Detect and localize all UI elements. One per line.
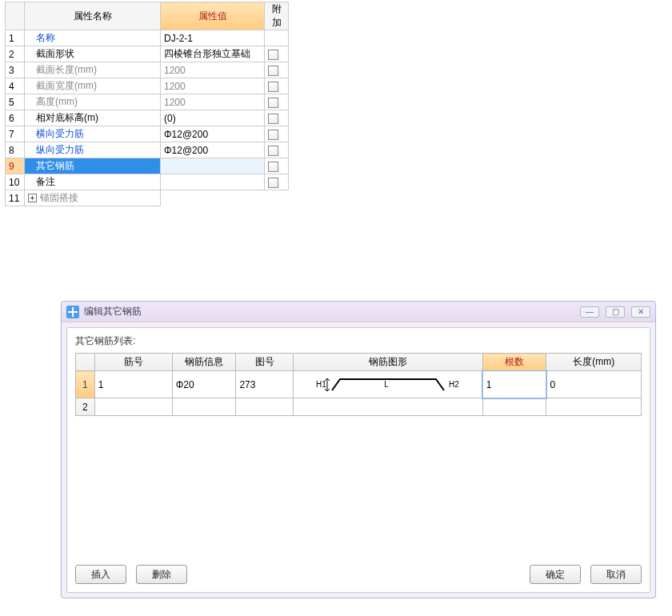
prop-name[interactable]: 高度(mm) — [25, 94, 161, 110]
header-extra: 附加 — [265, 2, 289, 30]
rebar-info[interactable]: Φ20 — [172, 371, 236, 398]
maximize-button[interactable]: ▢ — [606, 306, 625, 318]
prop-row[interactable]: 5高度(mm)1200 — [6, 94, 289, 110]
prop-row[interactable]: 10备注 — [6, 174, 289, 190]
expand-icon[interactable]: + — [28, 194, 37, 202]
checkbox-icon[interactable] — [268, 146, 278, 156]
prop-value[interactable]: DJ-2-1 — [161, 30, 265, 46]
prop-value[interactable] — [161, 174, 265, 190]
rebar-row-index: 1 — [76, 371, 95, 398]
prop-row[interactable]: 6相对底标高(m)(0) — [6, 110, 289, 126]
prop-name[interactable]: 其它钢筋 — [25, 158, 161, 174]
rebar-info[interactable] — [172, 398, 236, 416]
checkbox-icon[interactable] — [268, 50, 278, 60]
prop-index: 5 — [6, 94, 25, 110]
rebar-num[interactable] — [94, 398, 172, 416]
header-value[interactable]: 属性值 — [161, 2, 265, 30]
rebar-length[interactable]: 0 — [546, 371, 642, 398]
prop-extra[interactable] — [265, 190, 289, 206]
prop-extra[interactable] — [265, 94, 289, 110]
prop-value[interactable]: 1200 — [161, 62, 265, 78]
dialog-app-icon — [66, 306, 79, 318]
prop-name[interactable]: 名称 — [25, 30, 161, 46]
prop-name[interactable]: 截面长度(mm) — [25, 62, 161, 78]
prop-extra[interactable] — [265, 46, 289, 62]
checkbox-icon[interactable] — [268, 66, 278, 76]
prop-row[interactable]: 8纵向受力筋Φ12@200 — [6, 142, 289, 158]
prop-extra[interactable] — [265, 158, 289, 174]
header-len[interactable]: 长度(mm) — [546, 354, 642, 371]
prop-extra[interactable] — [265, 78, 289, 94]
rebar-shape[interactable] — [293, 398, 482, 416]
rebar-shape[interactable]: H1 L H2 — [293, 371, 482, 398]
prop-index: 3 — [6, 62, 25, 78]
prop-extra[interactable] — [265, 110, 289, 126]
prop-name[interactable]: 相对底标高(m) — [25, 110, 161, 126]
prop-extra[interactable] — [265, 30, 289, 46]
rebar-fig[interactable]: 273 — [236, 371, 293, 398]
header-num[interactable]: 筋号 — [94, 354, 172, 371]
prop-name[interactable]: 横向受力筋 — [25, 126, 161, 142]
prop-row[interactable]: 1名称DJ-2-1 — [6, 30, 289, 46]
checkbox-icon[interactable] — [268, 162, 278, 172]
prop-name[interactable]: +锚固搭接 — [25, 190, 161, 206]
rebar-count[interactable]: 1 — [482, 371, 546, 398]
prop-extra[interactable] — [265, 126, 289, 142]
prop-index: 10 — [6, 174, 25, 190]
prop-row[interactable]: 7横向受力筋Φ12@200 — [6, 126, 289, 142]
checkbox-icon[interactable] — [268, 98, 278, 108]
prop-extra[interactable] — [265, 142, 289, 158]
close-button[interactable]: ✕ — [631, 306, 650, 318]
cancel-button[interactable]: 取消 — [590, 565, 642, 584]
svg-text:H1: H1 — [316, 380, 326, 389]
prop-value[interactable]: 1200 — [161, 78, 265, 94]
header-info[interactable]: 钢筋信息 — [172, 354, 236, 371]
insert-button[interactable]: 插入 — [75, 565, 126, 584]
ok-button[interactable]: 确定 — [530, 565, 581, 584]
prop-index: 1 — [6, 30, 25, 46]
header-index — [6, 2, 25, 30]
rebar-num[interactable]: 1 — [94, 371, 172, 398]
rebar-length[interactable] — [546, 398, 642, 416]
prop-row[interactable]: 3截面长度(mm)1200 — [6, 62, 289, 78]
prop-row[interactable]: 2截面形状四棱锥台形独立基础 — [6, 46, 289, 62]
svg-text:L: L — [384, 380, 389, 389]
checkbox-icon[interactable] — [268, 82, 278, 92]
rebar-shape-icon: H1 L H2 — [308, 374, 468, 395]
dialog-titlebar[interactable]: 编辑其它钢筋 — ▢ ✕ — [62, 302, 655, 322]
rebar-row[interactable]: 11Φ20273 H1 L H2 10 — [76, 371, 642, 398]
property-table[interactable]: 属性名称 属性值 附加 1名称DJ-2-12截面形状四棱锥台形独立基础3截面长度… — [5, 2, 289, 206]
prop-name[interactable]: 截面形状 — [25, 46, 161, 62]
dialog-body: 其它钢筋列表: 筋号 钢筋信息 图号 钢筋图形 根数 长度(mm) 11Φ202… — [66, 327, 650, 593]
prop-extra[interactable] — [265, 174, 289, 190]
checkbox-icon[interactable] — [268, 130, 278, 140]
prop-value[interactable] — [161, 190, 265, 206]
prop-value[interactable]: Φ12@200 — [161, 142, 265, 158]
rebar-fig[interactable] — [236, 398, 293, 416]
delete-button[interactable]: 删除 — [136, 565, 187, 584]
checkbox-icon[interactable] — [268, 114, 278, 124]
rebar-table[interactable]: 筋号 钢筋信息 图号 钢筋图形 根数 长度(mm) 11Φ20273 H1 L … — [75, 353, 642, 416]
prop-extra[interactable] — [265, 62, 289, 78]
prop-value[interactable]: 1200 — [161, 94, 265, 110]
prop-row[interactable]: 4截面宽度(mm)1200 — [6, 78, 289, 94]
header-shape[interactable]: 钢筋图形 — [293, 354, 482, 371]
prop-name[interactable]: 截面宽度(mm) — [25, 78, 161, 94]
dialog-title-text: 编辑其它钢筋 — [84, 305, 580, 318]
prop-value[interactable]: 四棱锥台形独立基础 — [161, 46, 265, 62]
prop-name[interactable]: 纵向受力筋 — [25, 142, 161, 158]
prop-row[interactable]: 11 +锚固搭接 — [6, 190, 289, 206]
checkbox-icon[interactable] — [268, 178, 278, 188]
header-count[interactable]: 根数 — [482, 354, 546, 371]
minimize-button[interactable]: — — [580, 306, 599, 318]
svg-text:H2: H2 — [449, 380, 459, 389]
prop-index: 4 — [6, 78, 25, 94]
rebar-count[interactable] — [482, 398, 546, 416]
prop-name[interactable]: 备注 — [25, 174, 161, 190]
prop-value[interactable] — [161, 158, 265, 174]
prop-value[interactable]: Φ12@200 — [161, 126, 265, 142]
prop-value[interactable]: (0) — [161, 110, 265, 126]
prop-row[interactable]: 9其它钢筋 — [6, 158, 289, 174]
header-fig[interactable]: 图号 — [236, 354, 293, 371]
rebar-row[interactable]: 2 — [76, 398, 642, 416]
